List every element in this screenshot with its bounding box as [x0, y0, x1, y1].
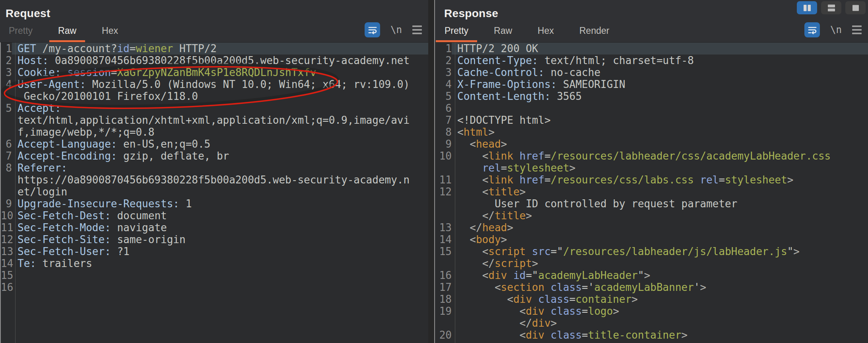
- word-wrap-icon[interactable]: [365, 22, 380, 37]
- code-row: 15 <script src="/resources/labheader/js/…: [435, 246, 868, 257]
- code-row: 2Host: 0a8900870456b69380228f5b00a200d5.…: [1, 55, 428, 66]
- response-toolbar: \n: [804, 22, 862, 42]
- code-row: 3Cache-Control: no-cache: [435, 66, 868, 78]
- code-row: 4X-Frame-Options: SAMEORIGIN: [435, 78, 868, 90]
- request-view-tabs: Pretty Raw Hex: [0, 25, 127, 42]
- split-columns-icon[interactable]: [797, 1, 817, 14]
- response-panel: Response Pretty Raw Hex Render: [435, 0, 868, 343]
- burp-message-editor: { "colors": { "accent_orange": "#e8673a"…: [0, 0, 868, 343]
- code-row: 8<html>: [435, 126, 868, 138]
- code-row: 16 <div id="academyLabHeader">: [435, 269, 868, 281]
- hamburger-menu-icon[interactable]: [412, 24, 422, 36]
- code-line: <div class=logo>: [452, 305, 868, 317]
- code-line: Referer:: [12, 162, 428, 174]
- line-number: [435, 317, 452, 329]
- code-row: 9Upgrade-Insecure-Requests: 1: [1, 198, 428, 210]
- response-tab-hex[interactable]: Hex: [529, 25, 563, 42]
- line-number: 15: [1, 269, 12, 281]
- response-editor[interactable]: 1HTTP/2 200 OK2Content-Type: text/html; …: [435, 42, 868, 343]
- code-line: Content-Type: text/html; charset=utf-8: [452, 55, 868, 66]
- line-number: 17: [435, 281, 452, 293]
- code-row: 10Sec-Fetch-Dest: document: [1, 210, 428, 222]
- line-number: 2: [1, 55, 12, 66]
- code-line: Cache-Control: no-cache: [452, 66, 868, 78]
- newline-toggle-icon[interactable]: \n: [390, 24, 402, 35]
- line-number: 4: [1, 78, 12, 90]
- code-line: <script src="/resources/labheader/js/lab…: [452, 246, 868, 257]
- code-line: <link href=/resources/labheader/css/acad…: [452, 150, 868, 162]
- line-number: 11: [435, 174, 452, 186]
- code-line: <html>: [452, 126, 868, 138]
- line-number: [1, 114, 12, 126]
- code-row: 13 </head>: [435, 222, 868, 234]
- layout-controls: [797, 1, 866, 14]
- line-number: 10: [435, 150, 452, 162]
- line-number: 6: [435, 102, 452, 114]
- request-tab-raw[interactable]: Raw: [49, 25, 85, 42]
- line-number: 20: [435, 329, 452, 341]
- response-tab-pretty[interactable]: Pretty: [436, 25, 477, 42]
- code-row: 3Cookie: session=XaGrZpyNZanBmK4sP1e8RQD…: [1, 66, 428, 78]
- code-row: 6: [435, 102, 868, 114]
- line-number: 14: [435, 234, 452, 246]
- code-line: Te: trailers: [12, 257, 428, 269]
- line-number: 3: [1, 66, 12, 78]
- word-wrap-icon[interactable]: [804, 22, 820, 37]
- code-line: User-Agent: Mozilla/5.0 (Windows NT 10.0…: [12, 78, 428, 90]
- code-row: et/login: [1, 186, 428, 198]
- line-number: 1: [1, 43, 12, 55]
- line-number: [435, 210, 452, 222]
- split-rows-icon[interactable]: [821, 1, 841, 14]
- response-tab-render[interactable]: Render: [571, 25, 618, 42]
- code-line: <body>: [452, 234, 868, 246]
- code-line: text/html,application/xhtml+xml,applicat…: [12, 114, 428, 126]
- code-row: </title>: [435, 210, 868, 222]
- code-line: f,image/webp,*/*;q=0.8: [12, 126, 428, 138]
- code-row: </script>: [435, 257, 868, 269]
- line-number: 5: [435, 90, 452, 102]
- line-number: 8: [435, 126, 452, 138]
- line-number: 4: [435, 78, 452, 90]
- code-row: 17 <section class='academyLabBanner'>: [435, 281, 868, 293]
- request-tab-pretty[interactable]: Pretty: [0, 25, 41, 42]
- request-tab-row: Pretty Raw Hex \n: [0, 20, 428, 42]
- request-editor[interactable]: 1GET /my-account?id=wiener HTTP/22Host: …: [0, 42, 428, 343]
- code-line: </title>: [452, 210, 868, 222]
- code-row: text/html,application/xhtml+xml,applicat…: [1, 114, 428, 126]
- code-line: <div id="academyLabHeader">: [452, 269, 868, 281]
- code-line: <div class=container>: [452, 293, 868, 305]
- code-line: GET /my-account?id=wiener HTTP/2: [12, 43, 428, 55]
- response-view-tabs: Pretty Raw Hex Render: [435, 25, 618, 42]
- code-row: User ID controlled by request parameter: [435, 198, 868, 210]
- code-line: [452, 102, 868, 114]
- line-number: 8: [1, 162, 12, 174]
- newline-toggle-icon[interactable]: \n: [830, 24, 842, 35]
- code-line: User ID controlled by request parameter: [452, 198, 868, 210]
- code-line: </script>: [452, 257, 868, 269]
- code-line: <!DOCTYPE html>: [452, 114, 868, 126]
- code-row: 14Te: trailers: [1, 257, 428, 269]
- line-number: 16: [435, 269, 452, 281]
- line-number: 7: [435, 114, 452, 126]
- response-tab-raw[interactable]: Raw: [485, 25, 521, 42]
- line-number: 18: [435, 293, 452, 305]
- hamburger-menu-icon[interactable]: [852, 24, 862, 36]
- code-line: rel=stylesheet>: [452, 162, 868, 174]
- code-row: 5Content-Length: 3565: [435, 90, 868, 102]
- code-line: X-Frame-Options: SAMEORIGIN: [452, 78, 868, 90]
- line-number: 12: [1, 234, 12, 246]
- panel-splitter[interactable]: [428, 0, 435, 343]
- code-line: <link href=/resources/css/labs.css rel=s…: [452, 174, 868, 186]
- line-number: 12: [435, 186, 452, 198]
- request-tab-hex[interactable]: Hex: [93, 25, 127, 42]
- code-line: HTTP/2 200 OK: [452, 43, 868, 55]
- response-tab-row: Pretty Raw Hex Render \n: [435, 20, 868, 42]
- code-row: 2Content-Type: text/html; charset=utf-8: [435, 55, 868, 66]
- code-line: </head>: [452, 222, 868, 234]
- line-number: [1, 90, 12, 102]
- single-pane-icon[interactable]: [845, 1, 866, 14]
- code-line: <div class=title-container>: [452, 329, 868, 341]
- code-row: 1HTTP/2 200 OK: [435, 43, 868, 55]
- line-number: 16: [1, 281, 12, 293]
- request-toolbar: \n: [365, 22, 422, 42]
